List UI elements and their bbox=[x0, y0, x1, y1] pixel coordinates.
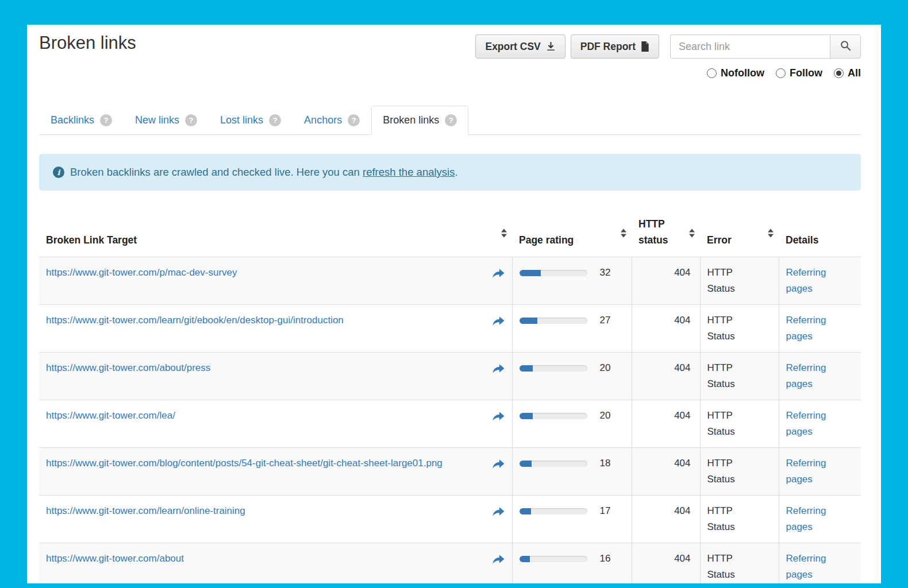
export-csv-label: Export CSV bbox=[485, 41, 540, 53]
external-link-icon[interactable] bbox=[492, 455, 505, 471]
column-header-label: Page rating bbox=[519, 234, 574, 246]
column-header-error[interactable]: Error bbox=[700, 209, 779, 257]
page-header: Broken links Export CSV PDF Report bbox=[39, 25, 861, 103]
rating-bar bbox=[520, 318, 587, 324]
rating-bar-fill bbox=[520, 270, 541, 276]
tab-broken-links-label: Broken links bbox=[383, 114, 439, 126]
tab-backlinks[interactable]: Backlinks ? bbox=[39, 106, 124, 135]
broken-link-url[interactable]: https://www.git-tower.com/about bbox=[46, 551, 184, 567]
tab-anchors-label: Anchors bbox=[304, 114, 342, 126]
http-status-value: 404 bbox=[632, 257, 700, 305]
table-row: https://www.git-tower.com/lea/ 20 404 HT… bbox=[39, 400, 861, 448]
external-link-icon[interactable] bbox=[492, 503, 505, 519]
banner-text-after: . bbox=[455, 166, 457, 178]
banner-text: Broken backlinks are crawled and checked… bbox=[70, 166, 458, 179]
referring-pages-link[interactable]: Referring pages bbox=[786, 408, 831, 440]
help-icon[interactable]: ? bbox=[348, 114, 360, 126]
tab-new-links-label: New links bbox=[135, 114, 179, 126]
table-row: https://www.git-tower.com/about 16 404 H… bbox=[39, 543, 861, 584]
broken-link-url[interactable]: https://www.git-tower.com/p/mac-dev-surv… bbox=[46, 265, 237, 281]
broken-link-url[interactable]: https://www.git-tower.com/blog/content/p… bbox=[46, 455, 443, 471]
radio-nofollow[interactable]: Nofollow bbox=[707, 67, 764, 79]
http-status-value: 404 bbox=[632, 400, 700, 448]
help-icon[interactable]: ? bbox=[445, 114, 457, 126]
sort-icon[interactable] bbox=[501, 229, 507, 237]
column-header-page-rating[interactable]: Page rating bbox=[512, 209, 632, 257]
table-row: https://www.git-tower.com/learn/online-t… bbox=[39, 496, 861, 543]
column-header-label: Error bbox=[707, 234, 732, 246]
radio-nofollow-label: Nofollow bbox=[721, 67, 764, 79]
radio-all[interactable]: All bbox=[834, 67, 861, 79]
tab-new-links[interactable]: New links ? bbox=[124, 106, 209, 135]
table-row: https://www.git-tower.com/blog/content/p… bbox=[39, 448, 861, 496]
broken-link-url[interactable]: https://www.git-tower.com/about/press bbox=[46, 360, 210, 376]
tab-bar: Backlinks ? New links ? Lost links ? Anc… bbox=[39, 103, 861, 135]
error-text: HTTP Status bbox=[707, 455, 752, 488]
column-header-label: HTTP status bbox=[638, 216, 679, 248]
column-header-details: Details bbox=[779, 209, 861, 257]
broken-link-url[interactable]: https://www.git-tower.com/learn/online-t… bbox=[46, 503, 245, 519]
column-header-http-status[interactable]: HTTP status bbox=[632, 209, 700, 257]
sort-icon[interactable] bbox=[621, 229, 626, 237]
tab-lost-links-label: Lost links bbox=[220, 114, 263, 126]
help-icon[interactable]: ? bbox=[100, 114, 112, 126]
table-row: https://www.git-tower.com/about/press 20… bbox=[39, 353, 861, 400]
referring-pages-link[interactable]: Referring pages bbox=[786, 551, 831, 583]
info-icon: i bbox=[53, 167, 64, 178]
tab-anchors[interactable]: Anchors ? bbox=[293, 106, 371, 135]
pdf-report-label: PDF Report bbox=[580, 41, 636, 53]
help-icon[interactable]: ? bbox=[269, 114, 281, 126]
rating-bar bbox=[520, 270, 587, 276]
rating-value: 18 bbox=[600, 455, 625, 471]
external-link-icon[interactable] bbox=[492, 360, 505, 376]
column-header-broken-link-target[interactable]: Broken Link Target bbox=[39, 209, 512, 257]
export-csv-button[interactable]: Export CSV bbox=[475, 34, 565, 59]
radio-follow[interactable]: Follow bbox=[776, 67, 822, 79]
sort-icon[interactable] bbox=[689, 229, 695, 237]
external-link-icon[interactable] bbox=[492, 551, 505, 567]
radio-dot-nofollow[interactable] bbox=[707, 68, 717, 78]
page-title: Broken links bbox=[39, 33, 136, 53]
tab-lost-links[interactable]: Lost links ? bbox=[209, 106, 293, 135]
error-text: HTTP Status bbox=[707, 312, 752, 345]
search-group bbox=[670, 34, 861, 59]
error-text: HTTP Status bbox=[707, 551, 752, 583]
rating-bar-fill bbox=[520, 413, 533, 419]
search-button[interactable] bbox=[830, 34, 861, 59]
column-header-label: Broken Link Target bbox=[46, 234, 137, 246]
pdf-report-button[interactable]: PDF Report bbox=[571, 34, 659, 59]
error-text: HTTP Status bbox=[707, 265, 752, 297]
http-status-value: 404 bbox=[632, 353, 700, 400]
sort-icon[interactable] bbox=[768, 229, 774, 237]
rating-bar bbox=[520, 508, 587, 514]
external-link-icon[interactable] bbox=[492, 265, 505, 281]
rating-value: 27 bbox=[600, 312, 625, 328]
broken-link-url[interactable]: https://www.git-tower.com/lea/ bbox=[46, 408, 175, 424]
tab-broken-links[interactable]: Broken links ? bbox=[371, 106, 468, 135]
banner-text-before: Broken backlinks are crawled and checked… bbox=[70, 166, 363, 178]
main-panel: Broken links Export CSV PDF Report bbox=[27, 25, 881, 583]
refresh-analysis-link[interactable]: refresh the analysis bbox=[363, 166, 455, 178]
rating-value: 17 bbox=[600, 503, 625, 519]
rating-value: 16 bbox=[600, 551, 625, 567]
follow-filter: Nofollow Follow All bbox=[707, 67, 861, 79]
table-row: https://www.git-tower.com/p/mac-dev-surv… bbox=[39, 257, 861, 305]
referring-pages-link[interactable]: Referring pages bbox=[786, 312, 831, 345]
referring-pages-link[interactable]: Referring pages bbox=[786, 265, 831, 297]
referring-pages-link[interactable]: Referring pages bbox=[786, 360, 831, 392]
column-header-label: Details bbox=[786, 234, 818, 246]
radio-dot-all[interactable] bbox=[834, 68, 844, 78]
rating-bar bbox=[520, 365, 587, 372]
radio-dot-follow[interactable] bbox=[776, 68, 786, 78]
error-text: HTTP Status bbox=[707, 503, 752, 535]
external-link-icon[interactable] bbox=[492, 312, 505, 328]
help-icon[interactable]: ? bbox=[185, 114, 197, 126]
download-icon bbox=[546, 42, 556, 52]
error-text: HTTP Status bbox=[707, 408, 752, 440]
referring-pages-link[interactable]: Referring pages bbox=[786, 503, 831, 535]
table-row: https://www.git-tower.com/learn/git/eboo… bbox=[39, 305, 861, 353]
external-link-icon[interactable] bbox=[492, 408, 505, 424]
search-input[interactable] bbox=[670, 34, 830, 59]
broken-link-url[interactable]: https://www.git-tower.com/learn/git/eboo… bbox=[46, 312, 344, 328]
referring-pages-link[interactable]: Referring pages bbox=[786, 455, 831, 488]
